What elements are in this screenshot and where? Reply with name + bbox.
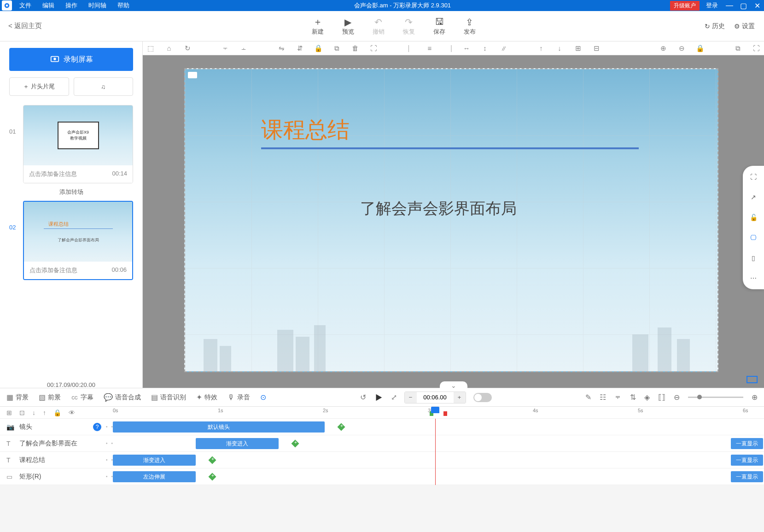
layers-icon[interactable]: ☷ xyxy=(600,393,606,402)
unlock-icon[interactable]: 🔓 xyxy=(749,213,758,222)
clip-always-show-3[interactable]: 一直显示 xyxy=(731,471,763,482)
edit-icon[interactable]: ✎ xyxy=(585,393,591,402)
track-lane-rect[interactable]: 左边伸展 一直显示 xyxy=(113,468,764,485)
duplicate-icon[interactable]: ⧉ xyxy=(734,44,742,53)
tts-button[interactable]: 💬语音合成 xyxy=(104,393,141,402)
arrow-up-icon[interactable]: ↑ xyxy=(43,409,46,416)
delete-icon[interactable]: 🗑 xyxy=(351,44,359,53)
music-button[interactable]: ♫ xyxy=(74,77,134,96)
more-icon[interactable]: ⋯ xyxy=(749,274,758,283)
aspect-ratio-button[interactable] xyxy=(747,376,758,383)
align-right-icon[interactable]: ⎹ xyxy=(444,44,452,53)
undo-button[interactable]: ↶撤销 xyxy=(373,17,385,36)
scene-note[interactable]: 点击添加备注信息 xyxy=(29,170,77,178)
menu-file[interactable]: 文件 xyxy=(14,1,37,10)
slide-subtitle[interactable]: 了解会声会影界面布局 xyxy=(360,198,517,219)
align-center-icon[interactable]: ≡ xyxy=(426,44,434,53)
track-label-text1[interactable]: T 了解会声会影界面在 •• xyxy=(0,435,113,452)
close-button[interactable]: ✕ xyxy=(750,1,764,10)
slide-underline[interactable] xyxy=(261,147,639,149)
clip-stretch[interactable]: 左边伸展 xyxy=(113,471,196,482)
marker-icon[interactable]: ◈ xyxy=(644,393,650,402)
new-button[interactable]: ＋新建 xyxy=(312,17,324,36)
zoom-slider[interactable] xyxy=(688,397,743,398)
zoom-out-icon[interactable]: ⊖ xyxy=(677,44,686,53)
zoom-out-tl-icon[interactable]: ⊖ xyxy=(674,393,680,402)
keyframe-add[interactable] xyxy=(338,423,345,431)
zoom-in-icon[interactable]: ⊕ xyxy=(659,44,667,53)
keyframe-add[interactable] xyxy=(209,473,216,481)
record-screen-button[interactable]: 录制屏幕 xyxy=(9,48,133,71)
add-track-icon[interactable]: ⊞ xyxy=(6,409,12,416)
playhead-line[interactable] xyxy=(435,419,436,485)
login-button[interactable]: 登录 xyxy=(701,1,723,10)
bracket-icon[interactable]: ⟦⟧ xyxy=(658,393,665,402)
scene-note[interactable]: 点击添加备注信息 xyxy=(29,266,77,275)
align-left-icon[interactable]: ⎸ xyxy=(407,44,415,53)
folder-icon[interactable]: ⊡ xyxy=(19,409,25,416)
ungroup-icon[interactable]: ⊟ xyxy=(592,44,601,53)
track-lane-text2[interactable]: 渐变进入 一直显示 xyxy=(113,452,764,468)
canvas-stage[interactable]: 课程总结 了解会声会影界面布局 xyxy=(184,68,718,372)
export-icon[interactable]: ↗ xyxy=(749,193,758,202)
menu-timeline[interactable]: 时间轴 xyxy=(83,1,112,10)
settings-button[interactable]: ⚙设置 xyxy=(734,22,755,30)
upgrade-button[interactable]: 升级账户 xyxy=(670,1,700,11)
bring-front-icon[interactable]: ↑ xyxy=(537,44,545,53)
fullscreen-play-button[interactable]: ⤢ xyxy=(391,393,397,402)
desktop-view-icon[interactable]: 🖵 xyxy=(749,233,758,242)
sort-icon[interactable]: ⇅ xyxy=(630,393,636,402)
preview-button[interactable]: ▶预览 xyxy=(342,17,354,36)
rotate-icon[interactable]: ↻ xyxy=(183,44,192,53)
more-tools-button[interactable]: ⊙ xyxy=(260,393,266,402)
expand-panel-button[interactable]: ⌄ xyxy=(440,381,467,390)
align-bottom-icon[interactable]: ⫠ xyxy=(239,44,248,53)
asr-button[interactable]: ▤语音识别 xyxy=(151,393,186,402)
help-icon[interactable]: ? xyxy=(93,423,101,431)
add-transition-button[interactable]: 添加转场 xyxy=(9,188,133,196)
minimize-button[interactable]: — xyxy=(723,1,736,10)
clip-always-show-2[interactable]: 一直显示 xyxy=(731,455,763,466)
history-button[interactable]: ↻历史 xyxy=(705,22,725,30)
track-lane-text1[interactable]: 渐变进入 一直显示 xyxy=(113,435,764,452)
fg-button[interactable]: ▧前景 xyxy=(39,393,61,402)
filter-icon[interactable]: ⫧ xyxy=(614,393,622,402)
track-lane-camera[interactable]: 默认镜头 xyxy=(113,419,764,435)
visibility-icon[interactable]: 👁 xyxy=(69,409,75,416)
publish-button[interactable]: ⇪发布 xyxy=(464,17,476,36)
keyframe-add[interactable] xyxy=(209,456,216,464)
fit-icon[interactable]: ⛶ xyxy=(749,172,758,181)
marker-red[interactable] xyxy=(443,411,447,416)
track-label-text2[interactable]: T 课程总结 •• xyxy=(0,452,113,468)
spacing-icon[interactable]: ⫽ xyxy=(499,44,507,53)
subtitle-button[interactable]: ㏄字幕 xyxy=(71,392,93,402)
clip-default-camera[interactable]: 默认镜头 xyxy=(113,421,325,433)
zoom-in-tl-icon[interactable]: ⊕ xyxy=(752,393,758,402)
group-icon[interactable]: ⊞ xyxy=(574,44,582,53)
rewind-button[interactable]: ↺ xyxy=(360,393,366,402)
scene-card-2[interactable]: 课程总结 了解会声会影界面布局 点击添加备注信息 00:06 xyxy=(23,201,133,280)
toggle-switch[interactable] xyxy=(473,393,492,402)
time-input[interactable] xyxy=(417,394,454,401)
pointer-icon[interactable]: ⬚ xyxy=(146,44,155,53)
maximize-button[interactable]: ▢ xyxy=(736,1,750,10)
align-top-icon[interactable]: ⫟ xyxy=(221,44,229,53)
fx-button[interactable]: ✦特效 xyxy=(196,393,217,402)
arrow-down-icon[interactable]: ↓ xyxy=(32,409,35,416)
scene-card-1[interactable]: 会声会影X9教学视频 点击添加备注信息 00:14 xyxy=(23,105,133,183)
lock-view-icon[interactable]: 🔒 xyxy=(696,44,704,53)
send-back-icon[interactable]: ↓ xyxy=(555,44,564,53)
track-label-camera[interactable]: 📷 镜头 ? •• xyxy=(0,419,113,435)
clip-always-show-1[interactable]: 一直显示 xyxy=(731,438,763,449)
bg-button[interactable]: ▦背景 xyxy=(6,393,29,402)
keyframe-dots[interactable]: •• xyxy=(106,424,113,429)
flip-v-icon[interactable]: ⇵ xyxy=(296,44,304,53)
distribute-h-icon[interactable]: ↔ xyxy=(462,44,471,53)
slide-title[interactable]: 课程总结 xyxy=(261,115,350,145)
clip-fade-in-2[interactable]: 渐变进入 xyxy=(113,455,196,466)
head-tail-button[interactable]: ＋片头片尾 xyxy=(9,77,69,96)
menu-action[interactable]: 操作 xyxy=(60,1,83,10)
time-minus-button[interactable]: − xyxy=(405,392,417,403)
lock-tracks-icon[interactable]: 🔒 xyxy=(53,409,61,416)
track-label-rect[interactable]: ▭ 矩形(R) •• xyxy=(0,468,113,485)
